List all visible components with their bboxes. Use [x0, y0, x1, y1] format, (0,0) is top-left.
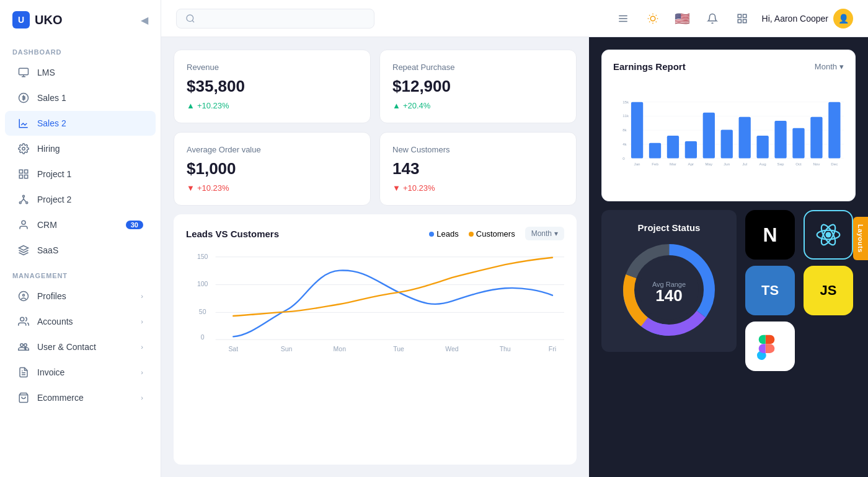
flag-icon[interactable]: 🇺🇸 [673, 9, 693, 28]
menu-icon[interactable] [613, 9, 633, 28]
leads-chart-svg: 150 100 50 0 Sat Sun Mon Tue Wed Thu [186, 245, 564, 363]
sidebar-item-accounts[interactable]: Accounts › [5, 309, 156, 334]
grid-apps-icon[interactable] [732, 9, 752, 28]
svg-text:15k: 15k [622, 100, 629, 104]
revenue-label: Revenue [187, 63, 358, 72]
svg-line-24 [649, 15, 650, 15]
sidebar-item-label: Project 1 [37, 169, 71, 179]
up-arrow-icon: ▲ [187, 101, 195, 110]
svg-text:Aug: Aug [760, 162, 767, 166]
sidebar-item-hiring[interactable]: Hiring [5, 136, 156, 161]
svg-text:Dec: Dec [831, 162, 838, 166]
sidebar-item-saas[interactable]: SaaS [5, 238, 156, 263]
sun-icon[interactable] [643, 9, 663, 28]
svg-text:Fri: Fri [549, 346, 556, 352]
person-icon [17, 219, 30, 231]
svg-point-10 [22, 221, 25, 224]
svg-rect-0 [19, 68, 29, 75]
sidebar-item-label: Ecommerce [37, 393, 84, 403]
sidebar-item-project2[interactable]: Project 2 [5, 187, 156, 212]
sidebar-item-label: Hiring [37, 144, 60, 154]
sidebar-item-invoice[interactable]: Invoice › [5, 360, 156, 385]
svg-rect-64 [721, 129, 733, 158]
sidebar-item-user-contact[interactable]: User & Contact › [5, 335, 156, 359]
svg-point-21 [650, 16, 655, 21]
sidebar-item-label: User & Contact [37, 342, 96, 352]
sidebar-item-label: Accounts [37, 317, 73, 326]
earnings-period-selector[interactable]: Month ▾ [815, 62, 844, 71]
nodes-icon [17, 193, 30, 206]
sidebar-item-label: SaaS [37, 245, 58, 255]
sidebar-item-sales1[interactable]: Sales 1 [5, 85, 156, 110]
svg-rect-4 [25, 170, 28, 173]
svg-text:Thu: Thu [500, 346, 511, 352]
sidebar-item-ecommerce[interactable]: Ecommerce › [5, 385, 156, 410]
gear-icon [17, 142, 30, 155]
sidebar-item-sales2[interactable]: Sales 2 [5, 111, 156, 136]
svg-text:Sun: Sun [281, 346, 293, 352]
svg-text:Tue: Tue [393, 346, 404, 352]
sidebar-item-label: Sales 1 [37, 93, 66, 103]
svg-text:Oct: Oct [795, 162, 802, 166]
up-arrow-icon: ▲ [392, 101, 401, 110]
earnings-title: Earnings Report [613, 61, 686, 72]
sidebar-section-management: MANAGEMENT Profiles › Accounts › User & … [0, 263, 161, 411]
nextjs-icon[interactable]: N [745, 210, 795, 260]
project-status-card: Project Status [601, 210, 737, 352]
svg-text:Mon: Mon [334, 346, 347, 352]
revenue-change: ▲ +10.23% [187, 101, 358, 110]
leads-chart-title: Leads VS Customers [186, 229, 279, 239]
stats-grid: Revenue $35,800 ▲ +10.23% Repeat Purchas… [174, 50, 577, 206]
dollar-icon [17, 92, 30, 104]
svg-text:Jul: Jul [742, 162, 747, 166]
search-icon [185, 14, 195, 24]
collapse-button[interactable]: ◀ [141, 14, 148, 26]
sidebar-item-label: LMS [37, 68, 55, 77]
svg-point-17 [187, 15, 193, 22]
layouts-button[interactable]: Layouts [853, 217, 868, 260]
typescript-icon[interactable]: TS [745, 266, 795, 315]
document-icon [17, 366, 30, 379]
svg-text:8k: 8k [622, 128, 627, 132]
avg-label: Average Order value [187, 145, 358, 154]
earnings-header: Earnings Report Month ▾ [613, 61, 844, 72]
svg-text:Jun: Jun [724, 162, 730, 166]
bell-icon[interactable] [702, 9, 722, 28]
sidebar-item-crm[interactable]: CRM 30 [5, 212, 156, 237]
sidebar-item-label: Project 2 [37, 195, 71, 204]
sidebar-item-profiles[interactable]: Profiles › [5, 284, 156, 309]
sidebar-logo: U UKO ◀ [0, 0, 161, 40]
avatar: 👤 [833, 9, 853, 28]
leads-chart-header: Leads VS Customers Leads Customers Month… [186, 227, 564, 240]
javascript-icon[interactable]: JS [804, 266, 853, 315]
svg-rect-61 [667, 136, 679, 159]
svg-point-90 [825, 232, 831, 237]
sidebar: U UKO ◀ DASHBOARD LMS Sales 1 Sales 2 [0, 0, 161, 477]
react-icon[interactable] [804, 210, 853, 260]
sidebar-section-dashboard: DASHBOARD LMS Sales 1 Sales 2 Hiring [0, 40, 161, 263]
svg-text:100: 100 [197, 281, 208, 287]
svg-text:140: 140 [655, 286, 682, 305]
svg-marker-11 [19, 246, 29, 251]
customers-legend-item: Customers [469, 229, 515, 239]
avg-value: $1,000 [187, 159, 358, 178]
search-bar[interactable] [176, 9, 374, 28]
sidebar-item-label: CRM [37, 220, 57, 230]
svg-text:0: 0 [201, 334, 205, 341]
sidebar-item-project1[interactable]: Project 1 [5, 162, 156, 186]
leads-legend-item: Leads [429, 229, 458, 239]
svg-text:May: May [705, 162, 713, 166]
page-layout: Revenue $35,800 ▲ +10.23% Repeat Purchas… [161, 37, 868, 477]
leads-legend: Leads Customers [429, 229, 515, 239]
customers-change: ▼ +10.23% [392, 183, 564, 193]
down-arrow-icon: ▼ [392, 183, 401, 193]
svg-text:Wed: Wed [445, 346, 459, 352]
leads-month-selector[interactable]: Month ▾ [525, 227, 564, 240]
section-label-dashboard: DASHBOARD [0, 40, 161, 59]
person-circle-icon [17, 290, 30, 302]
figma-icon[interactable] [745, 322, 795, 371]
svg-point-7 [23, 195, 25, 197]
sidebar-item-lms[interactable]: LMS [5, 60, 156, 85]
svg-rect-3 [19, 170, 22, 173]
chevron-down-icon: ▾ [839, 62, 844, 71]
